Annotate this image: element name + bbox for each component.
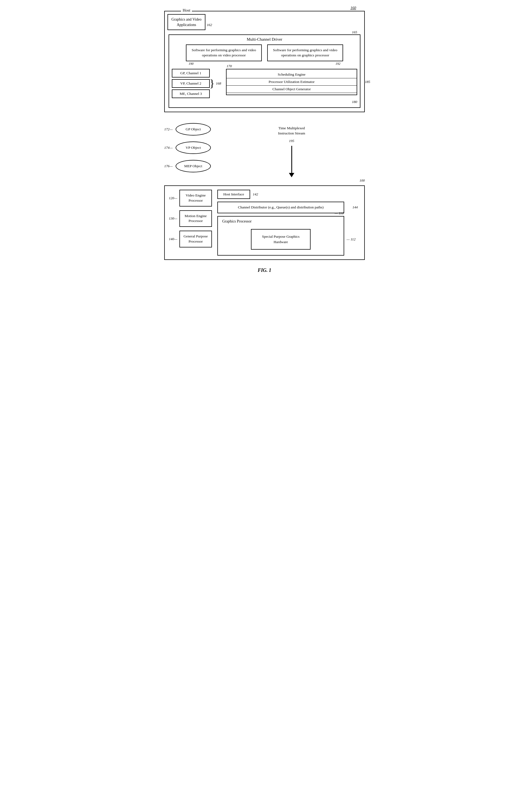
- left-procs: 120— Video Engine Processor 130— Motion …: [168, 190, 212, 256]
- vep-ref: 120—: [168, 196, 177, 200]
- mep-object-ellipse: MEP Object: [176, 160, 211, 172]
- gp-object-item: 172— GP Object: [164, 123, 218, 135]
- gpp-item: 140— General Purpose Processor: [168, 231, 212, 247]
- scheduling-ref: 170: [226, 64, 232, 68]
- spgh-ref: — 112: [347, 237, 355, 242]
- gva-box: Graphics and Video Applications: [167, 14, 205, 30]
- arrow-col: Time MultiplexedInstruction Stream 195: [218, 120, 365, 180]
- vp-obj-ref: 174—: [164, 146, 173, 150]
- arrow-head: [289, 173, 294, 177]
- channels-brace: }: [209, 78, 215, 89]
- host-label: Host: [181, 8, 192, 13]
- gp-label: Graphics Processor: [221, 219, 341, 223]
- scheduling-col: 170 Scheduling Engine Processor Utilizat…: [226, 69, 357, 95]
- sw-right-ref: 192: [336, 61, 340, 66]
- spgh-wrapper: Special Purpose Graphics Hardware — 112: [221, 226, 341, 252]
- hardware-section: 120— Video Engine Processor 130— Motion …: [164, 185, 365, 260]
- mcd-ref: 165: [352, 30, 357, 34]
- tmis-label: Time MultiplexedInstruction Stream: [278, 126, 305, 136]
- objects-col: 172— GP Object 174— VP Object 176— MEP O…: [164, 120, 218, 180]
- channel-vp: VP, Channel 2: [172, 79, 210, 88]
- mcd-ref-180: 180: [172, 100, 357, 104]
- gva-text: Graphics and Video Applications: [172, 17, 202, 27]
- cd-box: Channel Distributor (e.g., Queue(s) and …: [217, 202, 344, 213]
- spgh-label: Special Purpose Graphics Hardware: [262, 234, 300, 244]
- hw-section-ref: 100: [359, 178, 365, 183]
- sw-left-ref: 190: [189, 61, 193, 66]
- sw-right-box: Software for performing graphics and vid…: [267, 44, 343, 61]
- mcd-label: Multi-Channel Driver: [172, 37, 357, 42]
- mcd-container: 165 Multi-Channel Driver Software for pe…: [168, 34, 361, 108]
- gp-outer-box: — 110 Graphics Processor Special Purpose…: [217, 216, 344, 256]
- gp-ref: — 110: [335, 211, 344, 216]
- hi-row: Host Interface 142: [217, 190, 361, 199]
- sched-estimator: Processor Utilization Estimator: [226, 78, 357, 86]
- channel-me: ME, Channel 3: [172, 89, 210, 98]
- host-ref: 160: [350, 6, 356, 10]
- vp-object-ellipse: VP Object: [176, 142, 211, 154]
- middle-section: 172— GP Object 174— VP Object 176— MEP O…: [164, 120, 365, 180]
- sw-row: Software for performing graphics and vid…: [172, 44, 357, 61]
- gpp-box: General Purpose Processor: [179, 231, 212, 247]
- gva-ref: 162: [207, 23, 212, 27]
- hw-inner: 120— Video Engine Processor 130— Motion …: [168, 190, 361, 256]
- gpp-ref: 140—: [168, 237, 177, 241]
- hi-ref: 142: [253, 192, 258, 197]
- sw-right-text: Software for performing graphics and vid…: [273, 48, 337, 57]
- sched-generator: Channel Object Generator: [226, 86, 357, 93]
- channel-gp: GP, Channel 1: [172, 69, 210, 77]
- arrow-ref: 195: [289, 139, 294, 143]
- sw-left-text: Software for performing graphics and vid…: [192, 48, 256, 57]
- lower-row: GP, Channel 1 VP, Channel 2 ME, Channel …: [172, 69, 357, 98]
- host-container: Host 160 Graphics and Video Applications…: [164, 11, 365, 112]
- hi-label: Host Interface: [223, 192, 244, 196]
- right-hw: Host Interface 142 Channel Distributor (…: [217, 190, 361, 256]
- vp-object-item: 174— VP Object: [164, 142, 218, 154]
- vep-item: 120— Video Engine Processor: [168, 190, 212, 206]
- gp-obj-ref: 172—: [164, 127, 173, 131]
- sw-left-box: Software for performing graphics and vid…: [186, 44, 262, 61]
- cd-row: Channel Distributor (e.g., Queue(s) and …: [217, 202, 344, 213]
- channels-ref: 168: [216, 81, 221, 86]
- spgh-box: Special Purpose Graphics Hardware: [251, 229, 311, 250]
- cd-ref: 144: [353, 205, 358, 209]
- channels-col: GP, Channel 1 VP, Channel 2 ME, Channel …: [172, 69, 210, 98]
- arrow-shaft: [291, 146, 292, 173]
- mep-item: 130— Motion Engine Processor: [168, 210, 212, 227]
- gp-object-ellipse: GP Object: [176, 123, 211, 135]
- scheduling-box: 170 Scheduling Engine Processor Utilizat…: [226, 69, 357, 95]
- hi-box: Host Interface: [217, 190, 250, 199]
- mep-object-item: 176— MEP Object: [164, 160, 218, 172]
- arrow-line: [289, 146, 294, 177]
- vep-box: Video Engine Processor: [179, 190, 212, 206]
- sched-engine: Scheduling Engine: [226, 71, 357, 78]
- sched-side-ref: 185: [365, 80, 370, 84]
- mep-obj-ref: 176—: [164, 164, 173, 168]
- mep-box: Motion Engine Processor: [179, 210, 212, 227]
- fig-label: FIG. 1: [164, 267, 365, 273]
- mep-ref: 130—: [168, 216, 177, 221]
- cd-label: Channel Distributor (e.g., Queue(s) and …: [238, 205, 324, 209]
